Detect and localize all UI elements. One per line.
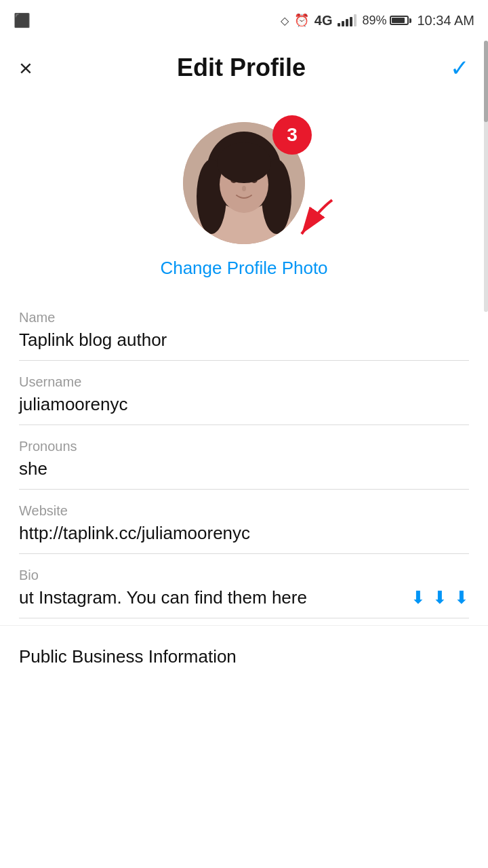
pronouns-label: Pronouns [19,439,469,454]
alarm-icon: ⏰ [294,13,309,28]
username-value[interactable]: juliamoorenyc [19,394,469,425]
battery-percent: 89% [362,14,386,28]
badge-number: 3 [272,115,312,155]
bio-arrows: ⬇ ⬇ ⬇ [411,587,469,608]
scrollbar-thumb[interactable] [484,41,488,122]
svg-point-10 [217,142,271,183]
status-bar: ⬛ ◇ ⏰ 4G 89% 10:34 AM [0,0,488,41]
change-photo-link[interactable]: Change Profile Photo [160,258,327,279]
status-right-info: ◇ ⏰ 4G 89% 10:34 AM [281,13,474,28]
annotation-arrow [278,197,346,251]
save-button[interactable]: ✓ [450,54,469,81]
public-business-title: Public Business Information [19,646,237,667]
network-label: 4G [314,13,333,28]
profile-photo-section: 3 Change Profile Photo [0,95,488,299]
header: × Edit Profile ✓ [0,41,488,95]
bio-arrow-1: ⬇ [411,587,426,608]
time-display: 10:34 AM [417,13,474,28]
bio-label: Bio [19,568,469,583]
form-section: Name Taplink blog author Username juliam… [0,299,488,618]
name-value[interactable]: Taplink blog author [19,330,469,361]
username-field: Username juliamoorenyc [19,363,469,425]
svg-point-9 [242,186,246,191]
bio-value-row: ut Instagram. You can find them here ⬇ ⬇… [19,587,469,618]
bio-arrow-3: ⬇ [454,587,469,608]
website-field: Website http://taplink.cc/juliamoorenyc [19,492,469,554]
page-title: Edit Profile [177,54,306,82]
public-business-section[interactable]: Public Business Information [0,625,488,688]
close-button[interactable]: × [19,56,33,79]
website-value[interactable]: http://taplink.cc/juliamoorenyc [19,523,469,554]
signal-bars [338,14,357,26]
pronouns-value[interactable]: she [19,458,469,490]
status-left-icons: ⬛ [14,12,30,28]
gallery-icon: ⬛ [14,12,30,28]
arrow-annotation [278,197,346,254]
name-field: Name Taplink blog author [19,299,469,361]
username-label: Username [19,374,469,390]
bio-value[interactable]: ut Instagram. You can find them here [19,587,404,608]
bio-arrow-2: ⬇ [432,587,447,608]
name-label: Name [19,310,469,326]
website-label: Website [19,503,469,519]
pronouns-field: Pronouns she [19,428,469,490]
scrollbar-track[interactable] [484,41,488,312]
battery-icon: 89% [362,14,411,28]
bio-field: Bio ut Instagram. You can find them here… [19,557,469,618]
sim-icon: ◇ [281,14,289,27]
